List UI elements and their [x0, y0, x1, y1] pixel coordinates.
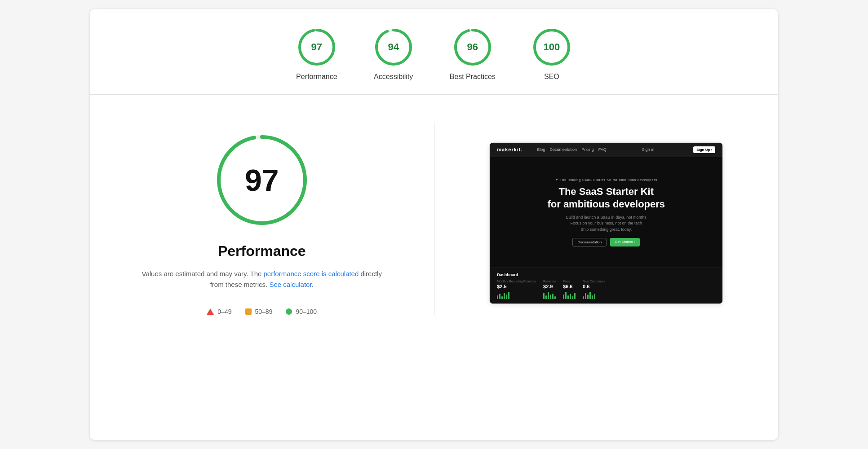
hero-btn-docs[interactable]: Documentation — [572, 238, 607, 247]
score-circle-performance: 97 — [297, 27, 337, 67]
screenshot-hero: ✦ The leading SaaS Starter Kit for ambit… — [490, 157, 722, 268]
spark-bar — [552, 294, 554, 299]
score-number-performance: 97 — [311, 41, 322, 53]
legend-label-mid: 50–89 — [255, 308, 273, 315]
screenshot-dashboard: Dashboard Monthly Recurring Revenue $2.5 — [490, 268, 722, 304]
metric-fees: Fees $6.6 — [563, 280, 576, 299]
screenshot-inner: makerkit. Blog Documentation Pricing FAQ… — [490, 143, 722, 304]
main-score-number: 97 — [245, 163, 279, 198]
spark-bar — [506, 295, 507, 299]
hero-sub: Build and launch a SaaS in days, not mon… — [566, 215, 647, 233]
content-section: 97 Performance Values are estimated and … — [90, 95, 778, 333]
metric-revenue-label: Revenue — [543, 280, 556, 283]
main-score-circle: 97 — [213, 131, 311, 229]
nav-logo: makerkit. — [497, 147, 523, 152]
metric-customers-label: New Customers — [583, 280, 605, 283]
spark-bar — [565, 292, 567, 299]
hero-title: The SaaS Starter Kitfor ambitious develo… — [547, 185, 665, 211]
spark-bar — [548, 292, 549, 299]
circle-icon — [286, 308, 292, 315]
metric-mrr-value: $2.5 — [497, 284, 536, 289]
left-panel: 97 Performance Values are estimated and … — [117, 122, 407, 315]
sparkline-mrr — [497, 290, 536, 299]
spark-bar — [563, 295, 564, 299]
nav-link-docs: Documentation — [550, 147, 577, 152]
score-item-performance: 97 Performance — [296, 27, 337, 81]
score-label-performance: Performance — [296, 73, 337, 81]
score-number-best-practices: 96 — [467, 41, 478, 53]
spark-bar — [587, 295, 589, 299]
metric-fees-value: $6.6 — [563, 284, 576, 289]
spark-bar — [585, 293, 586, 299]
score-number-accessibility: 94 — [388, 41, 399, 53]
spark-bar — [545, 295, 547, 299]
main-container: 97 Performance 94 Accessibility — [90, 9, 778, 440]
spark-bar — [508, 292, 509, 299]
spark-bar — [554, 296, 556, 299]
metric-revenue-value: $2.9 — [543, 284, 556, 289]
see-calculator-link[interactable]: See calculator — [269, 281, 311, 288]
nav-signup-btn[interactable]: Sign Up › — [693, 146, 715, 153]
nav-link-faq: FAQ — [598, 147, 607, 152]
spark-bar — [499, 294, 500, 299]
score-legend: 0–49 50–89 90–100 — [207, 308, 317, 315]
performance-score-link[interactable]: performance score is calculated — [264, 270, 359, 277]
metric-mrr-label: Monthly Recurring Revenue — [497, 280, 536, 283]
spark-bar — [592, 295, 593, 299]
legend-label-high: 90–100 — [296, 308, 317, 315]
legend-label-low: 0–49 — [217, 308, 231, 315]
right-panel: makerkit. Blog Documentation Pricing FAQ… — [461, 122, 752, 315]
legend-item-high: 90–100 — [286, 308, 317, 315]
score-circle-best-practices: 96 — [452, 27, 493, 67]
square-icon — [245, 308, 252, 315]
score-label-seo: SEO — [544, 73, 559, 81]
metric-revenue: Revenue $2.9 — [543, 280, 556, 299]
metric-customers-value: 0.6 — [583, 284, 605, 289]
score-label-accessibility: Accessibility — [374, 73, 413, 81]
spark-bar — [589, 292, 591, 299]
sparkline-revenue — [543, 290, 556, 299]
hero-badge: ✦ The leading SaaS Starter Kit for ambit… — [555, 178, 657, 182]
dashboard-metrics: Monthly Recurring Revenue $2.5 — [497, 280, 715, 299]
hero-buttons: Documentation Get Started › — [572, 238, 640, 247]
vertical-divider — [434, 122, 434, 315]
nav-link-pricing: Pricing — [581, 147, 594, 152]
spark-bar — [574, 293, 576, 299]
metric-customers: New Customers 0.6 — [583, 280, 605, 299]
spark-bar — [504, 293, 505, 299]
score-description: Values are estimated and may vary. The p… — [141, 269, 383, 290]
spark-bar — [572, 296, 573, 299]
dashboard-title: Dashboard — [497, 273, 715, 277]
nav-link-blog: Blog — [537, 147, 545, 152]
screenshot-nav: makerkit. Blog Documentation Pricing FAQ… — [490, 143, 722, 157]
sparkline-fees — [563, 290, 576, 299]
spark-bar — [594, 294, 595, 299]
nav-links: Blog Documentation Pricing FAQ — [537, 147, 607, 152]
metric-mrr: Monthly Recurring Revenue $2.5 — [497, 280, 536, 299]
spark-bar — [567, 295, 569, 299]
spark-bar — [583, 296, 584, 299]
spark-bar — [543, 293, 545, 299]
score-number-seo: 100 — [544, 41, 560, 53]
nav-signin: Sign in — [642, 147, 655, 152]
score-item-seo: 100 SEO — [531, 27, 572, 81]
score-circle-accessibility: 94 — [373, 27, 414, 67]
scores-section: 97 Performance 94 Accessibility — [90, 9, 778, 95]
score-item-accessibility: 94 Accessibility — [373, 27, 414, 81]
description-text-after: . — [312, 281, 314, 288]
spark-bar — [550, 295, 551, 299]
hero-btn-getstarted[interactable]: Get Started › — [610, 238, 640, 247]
description-text-before: Values are estimated and may vary. The — [142, 270, 264, 277]
spark-bar — [497, 295, 498, 299]
sparkline-customers — [583, 290, 605, 299]
spark-bar — [570, 294, 571, 299]
score-label-best-practices: Best Practices — [450, 73, 496, 81]
legend-item-low: 0–49 — [207, 308, 231, 315]
main-score-title: Performance — [218, 243, 306, 260]
legend-item-mid: 50–89 — [245, 308, 273, 315]
site-screenshot: makerkit. Blog Documentation Pricing FAQ… — [489, 142, 723, 304]
score-item-best-practices: 96 Best Practices — [450, 27, 496, 81]
triangle-icon — [207, 308, 214, 315]
score-circle-seo: 100 — [531, 27, 572, 67]
spark-bar — [501, 296, 503, 299]
